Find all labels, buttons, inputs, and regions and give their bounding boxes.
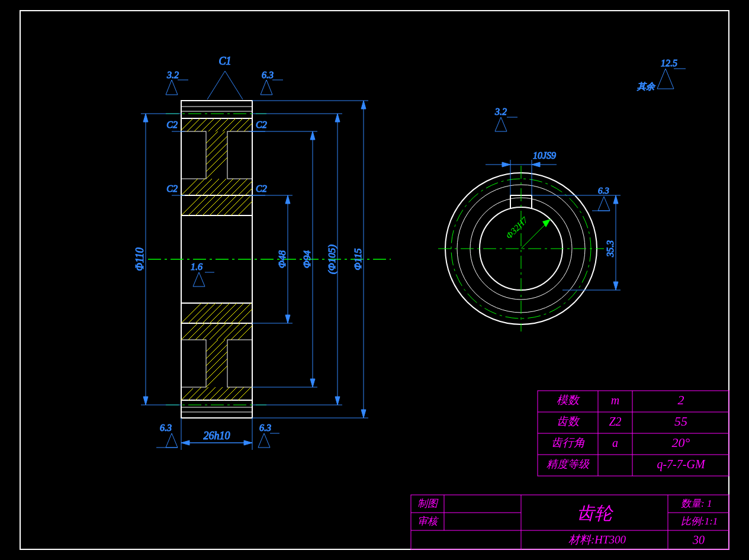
drawing-frame: [20, 11, 729, 549]
svg-line-84: [231, 387, 244, 400]
svg-line-87: [225, 71, 243, 99]
drawing-canvas: C1 C2 C2 C2 C2 3.2 6.3 1.6 6.3 6.3 26h10: [0, 0, 749, 560]
svg-text:C1: C1: [218, 55, 231, 67]
svg-text:C2: C2: [256, 120, 267, 130]
gear-table: 模数 m 2 齿数 Z2 55 齿行角 a 20° 精度等级 q-7-7-GM: [538, 391, 729, 476]
dim-key-height: 35.3: [532, 195, 621, 290]
svg-text:6.3: 6.3: [262, 70, 274, 80]
svg-text:a: a: [612, 436, 618, 449]
svg-marker-155: [502, 162, 510, 167]
sf-right-key: 6.3: [592, 186, 610, 211]
svg-text:q-7-7-GM: q-7-7-GM: [657, 458, 705, 471]
svg-line-65: [202, 323, 219, 340]
svg-line-62: [181, 323, 198, 340]
svg-line-23: [216, 118, 229, 131]
svg-text:齿数: 齿数: [557, 415, 580, 427]
svg-text:Φ110: Φ110: [134, 247, 146, 271]
svg-text:6.3: 6.3: [160, 423, 172, 433]
svg-line-76: [206, 340, 218, 352]
svg-marker-117: [143, 397, 148, 405]
svg-line-33: [206, 131, 218, 143]
svg-text:C2: C2: [166, 120, 178, 130]
svg-line-81: [210, 387, 223, 400]
svg-text:齿轮: 齿轮: [577, 503, 614, 523]
svg-text:模数: 模数: [557, 394, 580, 406]
svg-line-18: [181, 118, 193, 130]
svg-marker-140: [361, 101, 366, 109]
svg-text:m: m: [611, 394, 619, 407]
svg-text:审核: 审核: [417, 516, 439, 527]
svg-text:Φ115: Φ115: [352, 248, 364, 270]
svg-line-52: [238, 201, 252, 215]
svg-marker-156: [532, 162, 540, 167]
svg-line-41: [231, 179, 247, 195]
sf-global: 12.5 其余: [637, 58, 686, 92]
dim-width: 26h10: [181, 418, 252, 450]
svg-line-78: [188, 387, 201, 400]
svg-text:比例:1:1: 比例:1:1: [681, 516, 718, 527]
svg-line-86: [207, 71, 225, 99]
svg-text:材料:HT300: 材料:HT300: [568, 533, 626, 546]
svg-line-69: [231, 323, 247, 340]
svg-text:10JS9: 10JS9: [533, 150, 556, 160]
svg-line-22: [208, 118, 221, 131]
svg-text:26h10: 26h10: [204, 430, 230, 442]
svg-marker-129: [310, 379, 315, 387]
svg-line-68: [224, 323, 240, 340]
svg-text:30: 30: [692, 533, 705, 546]
svg-line-21: [201, 118, 214, 131]
svg-text:35.3: 35.3: [605, 240, 615, 258]
svg-text:Φ94: Φ94: [301, 250, 313, 268]
svg-text:(Φ105): (Φ105): [326, 244, 337, 274]
svg-marker-110: [181, 440, 189, 445]
svg-rect-8: [227, 131, 252, 179]
svg-line-36: [195, 179, 212, 195]
svg-line-79: [195, 387, 208, 400]
svg-text:6.3: 6.3: [598, 186, 609, 195]
svg-text:2: 2: [678, 392, 684, 407]
svg-rect-7: [181, 131, 206, 179]
svg-text:1.6: 1.6: [191, 262, 202, 272]
svg-line-61: [238, 309, 252, 323]
svg-line-67: [217, 323, 233, 340]
svg-text:数量: 1: 数量: 1: [681, 498, 712, 509]
svg-line-70: [238, 326, 252, 340]
svg-marker-141: [361, 410, 366, 418]
svg-text:齿行角: 齿行角: [551, 436, 585, 449]
svg-text:精度等级: 精度等级: [547, 458, 590, 470]
svg-line-40: [224, 179, 240, 195]
svg-line-19: [187, 118, 200, 131]
svg-line-24: [223, 118, 236, 131]
svg-line-77: [181, 388, 193, 400]
svg-line-20: [194, 118, 207, 131]
svg-line-85: [238, 387, 251, 400]
svg-text:Z2: Z2: [609, 415, 621, 428]
svg-line-26: [237, 118, 250, 131]
svg-text:12.5: 12.5: [661, 58, 677, 68]
svg-line-25: [230, 118, 243, 131]
svg-marker-122: [285, 195, 290, 204]
svg-line-75: [206, 340, 225, 359]
svg-line-39: [217, 179, 233, 195]
svg-marker-161: [613, 195, 618, 204]
svg-text:C2: C2: [256, 184, 267, 194]
svg-line-34: [181, 179, 198, 195]
svg-text:Φ48: Φ48: [277, 250, 288, 268]
svg-line-37: [202, 179, 219, 195]
dim-bore: Φ32H7: [504, 215, 530, 241]
svg-line-66: [210, 323, 226, 340]
svg-text:制图: 制图: [417, 498, 439, 509]
svg-line-43: [245, 188, 252, 195]
svg-line-82: [217, 387, 230, 400]
svg-marker-134: [335, 114, 340, 122]
svg-text:C2: C2: [166, 184, 178, 194]
svg-text:3.2: 3.2: [494, 107, 507, 117]
svg-rect-9: [181, 340, 206, 387]
svg-text:6.3: 6.3: [259, 423, 271, 433]
svg-text:其余: 其余: [637, 82, 655, 91]
svg-line-42: [238, 181, 252, 195]
svg-rect-10: [227, 340, 252, 387]
svg-marker-162: [613, 282, 618, 290]
title-block: 制图 审核 齿轮 数量: 1 比例:1:1 材料:HT300 30: [411, 495, 729, 549]
svg-text:20°: 20°: [672, 435, 690, 450]
